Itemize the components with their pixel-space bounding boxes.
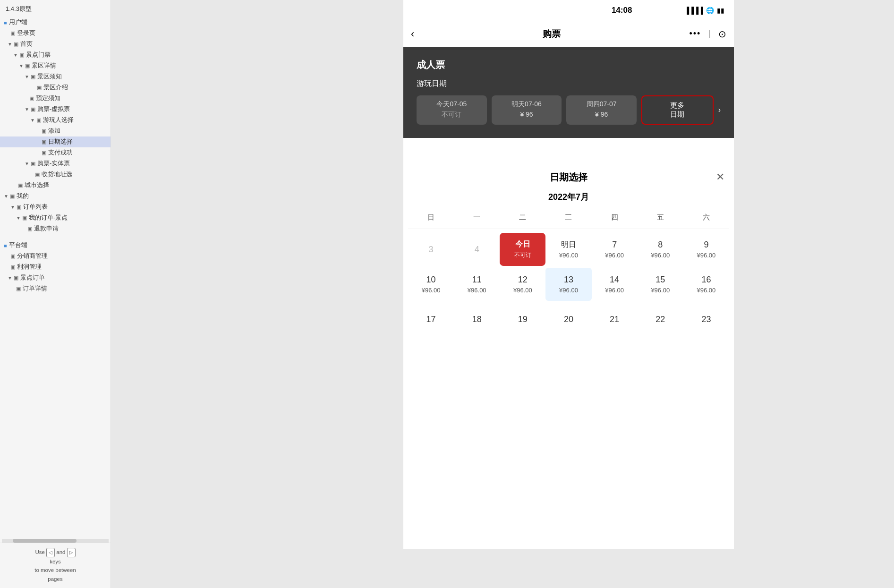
sidebar-item-login[interactable]: ▣ 登录页: [0, 28, 111, 39]
arrow-icon: ▼: [25, 107, 29, 112]
nav-bar: ‹ 购票 ••• | ⊙: [403, 21, 734, 47]
date-option-today[interactable]: 今天07-05 不可订: [417, 95, 487, 125]
status-bar: 14:08 ▐▐▐▐ 🌐 ▮▮: [403, 0, 734, 21]
sidebar-item-attraction-intro[interactable]: ▣ 景区介绍: [0, 82, 111, 93]
footer-and-text: and: [56, 549, 67, 555]
sidebar-item-payment-success[interactable]: ▣ 支付成功: [0, 147, 111, 158]
weekday-tue: 二: [500, 210, 545, 225]
doc-icon: ▣: [10, 30, 15, 36]
arrow-icon: ▼: [4, 194, 9, 199]
sidebar-item-booking-notice[interactable]: ▣ 预定须知: [0, 93, 111, 104]
cal-day-3[interactable]: 3: [408, 233, 454, 266]
calendar-month: 2022年7月: [403, 191, 734, 203]
signal-bars-icon: ▐▐▐▐: [684, 7, 703, 14]
footer-use-text: Use: [35, 549, 46, 555]
cal-day-7[interactable]: 7 ¥96.00: [592, 233, 638, 266]
sidebar-item-order-detail[interactable]: ▣ 订单详情: [0, 283, 111, 294]
sidebar-item-platform-section[interactable]: ■ 平台端: [0, 240, 111, 251]
cal-day-16[interactable]: 16 ¥96.00: [683, 268, 729, 301]
cal-day-12[interactable]: 12 ¥96.00: [500, 268, 545, 301]
sidebar-item-order-list[interactable]: ▼ ▣ 订单列表: [0, 202, 111, 213]
date-option-thu[interactable]: 周四07-07 ¥ 96: [566, 95, 637, 125]
date-option-more[interactable]: 更多 日期: [641, 95, 714, 125]
cal-day-8[interactable]: 8 ¥96.00: [638, 233, 683, 266]
sidebar-item-buy-physical[interactable]: ▼ ▣ 购票-实体票: [0, 158, 111, 169]
date-more-text: 更多: [646, 101, 709, 110]
arrow-icon: ▼: [19, 63, 24, 68]
ticket-section: 成人票 游玩日期 今天07-05 不可订 明天07-06 ¥ 96 周四07-0…: [403, 47, 734, 138]
calendar-grid: 3 4 今日 不可订 明日 ¥96.00: [403, 233, 734, 336]
cal-day-10[interactable]: 10 ¥96.00: [408, 268, 454, 301]
doc-icon: ▣: [10, 253, 15, 259]
doc-icon: ▣: [16, 286, 21, 292]
sidebar-item-profit-mgmt[interactable]: ▣ 利润管理: [0, 262, 111, 273]
page-title: 购票: [543, 28, 561, 40]
cal-day-19[interactable]: 19: [500, 303, 545, 336]
doc-icon: ▣: [14, 41, 18, 47]
doc-icon: ▣: [42, 128, 46, 134]
cal-day-20[interactable]: 20: [545, 303, 591, 336]
modal-close-button[interactable]: ✕: [716, 171, 724, 183]
date-option-tomorrow[interactable]: 明天07-06 ¥ 96: [492, 95, 562, 125]
arrow-icon: ▼: [10, 205, 15, 210]
sidebar-item-user-section[interactable]: ■ 用户端: [0, 17, 111, 28]
cal-day-9[interactable]: 9 ¥96.00: [683, 233, 729, 266]
sidebar-item-shipping-address[interactable]: ▣ 收货地址选: [0, 169, 111, 180]
sidebar-item-add[interactable]: ▣ 添加: [0, 126, 111, 136]
arrow-icon: ▼: [16, 215, 21, 221]
cal-day-18[interactable]: 18: [454, 303, 500, 336]
sidebar-item-tickets[interactable]: ▼ ▣ 景点门票: [0, 50, 111, 60]
sidebar-item-date-select[interactable]: ▣ 日期选择: [0, 136, 111, 147]
cal-day-23[interactable]: 23: [683, 303, 729, 336]
doc-icon: ▣: [22, 215, 27, 221]
cal-day-13[interactable]: 13 ¥96.00: [545, 268, 591, 301]
cal-day-14[interactable]: 14 ¥96.00: [592, 268, 638, 301]
doc-icon: ▣: [42, 139, 46, 145]
doc-icon: ▣: [17, 204, 21, 210]
play-date-label: 游玩日期: [417, 79, 721, 89]
sidebar-item-attraction-detail[interactable]: ▼ ▣ 景区详情: [0, 60, 111, 71]
doc-icon: ▣: [42, 150, 46, 156]
cal-day-21[interactable]: 21: [592, 303, 638, 336]
sidebar-item-buy-virtual[interactable]: ▼ ▣ 购票-虚拟票: [0, 104, 111, 115]
sidebar-item-distributor-mgmt[interactable]: ▣ 分销商管理: [0, 251, 111, 262]
date-arrow: ›: [718, 95, 721, 125]
folder-icon: ■: [4, 243, 7, 248]
weekday-wed: 三: [545, 210, 591, 225]
sidebar-item-home[interactable]: ▼ ▣ 首页: [0, 39, 111, 50]
record-button[interactable]: ⊙: [718, 28, 726, 40]
more-button[interactable]: •••: [689, 29, 701, 39]
sidebar-horizontal-scrollbar[interactable]: [2, 539, 109, 543]
date-thu-label: 周四07-07: [570, 100, 633, 109]
doc-icon: ▣: [37, 85, 42, 91]
doc-icon: ▣: [36, 117, 41, 123]
sidebar-footer: Use ◁ and ▷ keys to move between pages: [0, 543, 111, 588]
cal-day-4[interactable]: 4: [454, 233, 500, 266]
cal-day-11[interactable]: 11 ¥96.00: [454, 268, 500, 301]
sidebar-scroll[interactable]: ■ 用户端 ▣ 登录页 ▼ ▣ 首页 ▼ ▣ 景点门票 ▼ ▣ 景区详情: [0, 17, 111, 539]
phone-area: 14:08 ▐▐▐▐ 🌐 ▮▮ ‹ 购票 ••• | ⊙ 成人票: [111, 0, 894, 588]
sidebar-item-my-orders[interactable]: ▼ ▣ 我的订单-景点: [0, 213, 111, 223]
date-modal: 日期选择 ✕ 2022年7月 日 一 二 三 四 五 六: [403, 162, 734, 549]
cal-day-15[interactable]: 15 ¥96.00: [638, 268, 683, 301]
status-time: 14:08: [612, 6, 632, 15]
cal-day-mingri[interactable]: 明日 ¥96.00: [545, 233, 591, 266]
date-thu-price: ¥ 96: [570, 111, 633, 118]
wifi-icon: 🌐: [706, 7, 714, 14]
cal-day-22[interactable]: 22: [638, 303, 683, 336]
doc-icon: ▣: [10, 193, 15, 199]
sidebar-item-attraction-orders[interactable]: ▼ ▣ 景点订单: [0, 273, 111, 283]
sidebar-item-city-select[interactable]: ▣ 城市选择: [0, 180, 111, 191]
back-button[interactable]: ‹: [411, 28, 414, 40]
date-today-price: 不可订: [420, 111, 483, 119]
sidebar-item-my-section[interactable]: ▼ ▣ 我的: [0, 191, 111, 202]
modal-header: 日期选择 ✕: [403, 171, 734, 191]
sidebar-item-attraction-notice[interactable]: ▼ ▣ 景区须知: [0, 71, 111, 82]
doc-icon: ▣: [10, 264, 15, 270]
cal-day-today[interactable]: 今日 不可订: [500, 233, 545, 266]
cal-day-17[interactable]: 17: [408, 303, 454, 336]
phone-frame: 14:08 ▐▐▐▐ 🌐 ▮▮ ‹ 购票 ••• | ⊙ 成人票: [403, 0, 734, 549]
doc-icon: ▣: [25, 63, 30, 69]
sidebar-item-refund[interactable]: ▣ 退款申请: [0, 223, 111, 234]
sidebar-item-player-select[interactable]: ▼ ▣ 游玩人选择: [0, 115, 111, 126]
